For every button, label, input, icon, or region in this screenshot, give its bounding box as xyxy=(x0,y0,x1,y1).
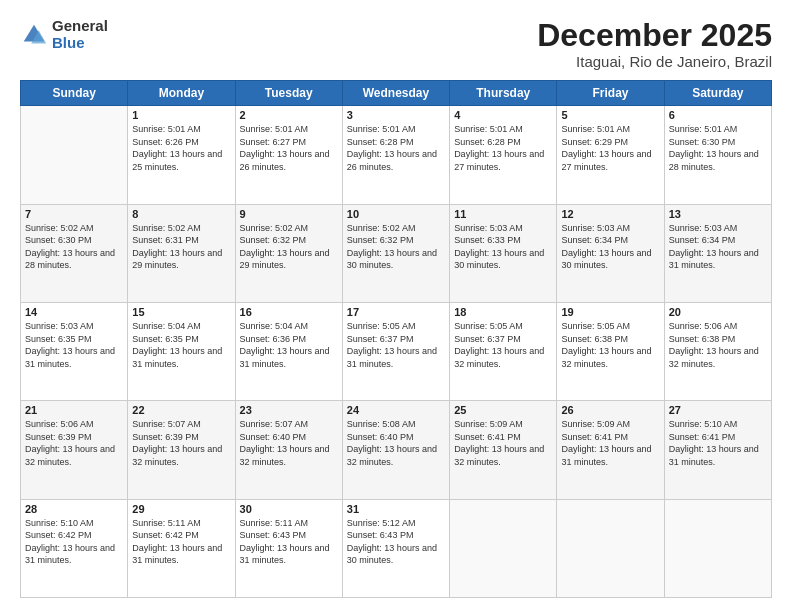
sunset-text: Sunset: 6:27 PM xyxy=(240,136,338,149)
daylight-text: Daylight: 13 hours and 31 minutes. xyxy=(240,542,338,567)
sunrise-text: Sunrise: 5:06 AM xyxy=(669,320,767,333)
table-cell: 10 Sunrise: 5:02 AM Sunset: 6:32 PM Dayl… xyxy=(342,204,449,302)
day-info: Sunrise: 5:03 AM Sunset: 6:33 PM Dayligh… xyxy=(454,222,552,272)
day-number: 14 xyxy=(25,306,123,318)
calendar-row: 14 Sunrise: 5:03 AM Sunset: 6:35 PM Dayl… xyxy=(21,302,772,400)
day-number: 22 xyxy=(132,404,230,416)
col-saturday: Saturday xyxy=(664,81,771,106)
page: General Blue December 2025 Itaguai, Rio … xyxy=(0,0,792,612)
daylight-text: Daylight: 13 hours and 25 minutes. xyxy=(132,148,230,173)
daylight-text: Daylight: 13 hours and 31 minutes. xyxy=(669,247,767,272)
table-cell xyxy=(557,499,664,597)
table-cell: 19 Sunrise: 5:05 AM Sunset: 6:38 PM Dayl… xyxy=(557,302,664,400)
table-cell: 13 Sunrise: 5:03 AM Sunset: 6:34 PM Dayl… xyxy=(664,204,771,302)
table-cell: 21 Sunrise: 5:06 AM Sunset: 6:39 PM Dayl… xyxy=(21,401,128,499)
sunset-text: Sunset: 6:41 PM xyxy=(454,431,552,444)
sunset-text: Sunset: 6:42 PM xyxy=(132,529,230,542)
daylight-text: Daylight: 13 hours and 31 minutes. xyxy=(347,345,445,370)
sunset-text: Sunset: 6:34 PM xyxy=(561,234,659,247)
day-number: 20 xyxy=(669,306,767,318)
sunrise-text: Sunrise: 5:11 AM xyxy=(240,517,338,530)
sunrise-text: Sunrise: 5:06 AM xyxy=(25,418,123,431)
sunrise-text: Sunrise: 5:07 AM xyxy=(132,418,230,431)
daylight-text: Daylight: 13 hours and 32 minutes. xyxy=(25,443,123,468)
sunrise-text: Sunrise: 5:01 AM xyxy=(669,123,767,136)
daylight-text: Daylight: 13 hours and 32 minutes. xyxy=(132,443,230,468)
day-number: 19 xyxy=(561,306,659,318)
day-number: 30 xyxy=(240,503,338,515)
calendar-row: 7 Sunrise: 5:02 AM Sunset: 6:30 PM Dayli… xyxy=(21,204,772,302)
daylight-text: Daylight: 13 hours and 31 minutes. xyxy=(561,443,659,468)
day-number: 5 xyxy=(561,109,659,121)
table-cell: 11 Sunrise: 5:03 AM Sunset: 6:33 PM Dayl… xyxy=(450,204,557,302)
month-title: December 2025 xyxy=(537,18,772,53)
day-info: Sunrise: 5:05 AM Sunset: 6:37 PM Dayligh… xyxy=(454,320,552,370)
sunset-text: Sunset: 6:39 PM xyxy=(132,431,230,444)
day-info: Sunrise: 5:02 AM Sunset: 6:32 PM Dayligh… xyxy=(240,222,338,272)
day-info: Sunrise: 5:07 AM Sunset: 6:39 PM Dayligh… xyxy=(132,418,230,468)
logo-blue-text: Blue xyxy=(52,35,108,52)
day-info: Sunrise: 5:03 AM Sunset: 6:35 PM Dayligh… xyxy=(25,320,123,370)
daylight-text: Daylight: 13 hours and 32 minutes. xyxy=(454,345,552,370)
location-title: Itaguai, Rio de Janeiro, Brazil xyxy=(537,53,772,70)
sunrise-text: Sunrise: 5:02 AM xyxy=(347,222,445,235)
logo-icon xyxy=(20,21,48,49)
table-cell: 24 Sunrise: 5:08 AM Sunset: 6:40 PM Dayl… xyxy=(342,401,449,499)
sunrise-text: Sunrise: 5:02 AM xyxy=(240,222,338,235)
daylight-text: Daylight: 13 hours and 28 minutes. xyxy=(669,148,767,173)
table-cell: 22 Sunrise: 5:07 AM Sunset: 6:39 PM Dayl… xyxy=(128,401,235,499)
table-cell: 2 Sunrise: 5:01 AM Sunset: 6:27 PM Dayli… xyxy=(235,106,342,204)
day-info: Sunrise: 5:10 AM Sunset: 6:42 PM Dayligh… xyxy=(25,517,123,567)
day-number: 29 xyxy=(132,503,230,515)
daylight-text: Daylight: 13 hours and 31 minutes. xyxy=(240,345,338,370)
table-cell: 5 Sunrise: 5:01 AM Sunset: 6:29 PM Dayli… xyxy=(557,106,664,204)
daylight-text: Daylight: 13 hours and 27 minutes. xyxy=(561,148,659,173)
day-number: 6 xyxy=(669,109,767,121)
day-number: 7 xyxy=(25,208,123,220)
sunrise-text: Sunrise: 5:12 AM xyxy=(347,517,445,530)
day-info: Sunrise: 5:04 AM Sunset: 6:35 PM Dayligh… xyxy=(132,320,230,370)
day-number: 23 xyxy=(240,404,338,416)
table-cell: 25 Sunrise: 5:09 AM Sunset: 6:41 PM Dayl… xyxy=(450,401,557,499)
daylight-text: Daylight: 13 hours and 30 minutes. xyxy=(561,247,659,272)
day-info: Sunrise: 5:05 AM Sunset: 6:38 PM Dayligh… xyxy=(561,320,659,370)
day-number: 31 xyxy=(347,503,445,515)
sunset-text: Sunset: 6:35 PM xyxy=(132,333,230,346)
table-cell: 27 Sunrise: 5:10 AM Sunset: 6:41 PM Dayl… xyxy=(664,401,771,499)
sunset-text: Sunset: 6:34 PM xyxy=(669,234,767,247)
day-info: Sunrise: 5:09 AM Sunset: 6:41 PM Dayligh… xyxy=(561,418,659,468)
table-cell: 14 Sunrise: 5:03 AM Sunset: 6:35 PM Dayl… xyxy=(21,302,128,400)
col-thursday: Thursday xyxy=(450,81,557,106)
day-info: Sunrise: 5:12 AM Sunset: 6:43 PM Dayligh… xyxy=(347,517,445,567)
sunrise-text: Sunrise: 5:01 AM xyxy=(347,123,445,136)
logo-general-text: General xyxy=(52,18,108,35)
daylight-text: Daylight: 13 hours and 30 minutes. xyxy=(347,542,445,567)
daylight-text: Daylight: 13 hours and 32 minutes. xyxy=(669,345,767,370)
calendar-table: Sunday Monday Tuesday Wednesday Thursday… xyxy=(20,80,772,598)
day-number: 10 xyxy=(347,208,445,220)
day-info: Sunrise: 5:01 AM Sunset: 6:27 PM Dayligh… xyxy=(240,123,338,173)
day-info: Sunrise: 5:02 AM Sunset: 6:31 PM Dayligh… xyxy=(132,222,230,272)
table-cell: 31 Sunrise: 5:12 AM Sunset: 6:43 PM Dayl… xyxy=(342,499,449,597)
sunset-text: Sunset: 6:40 PM xyxy=(240,431,338,444)
daylight-text: Daylight: 13 hours and 31 minutes. xyxy=(25,345,123,370)
sunset-text: Sunset: 6:37 PM xyxy=(454,333,552,346)
sunrise-text: Sunrise: 5:05 AM xyxy=(347,320,445,333)
sunrise-text: Sunrise: 5:05 AM xyxy=(454,320,552,333)
table-cell: 26 Sunrise: 5:09 AM Sunset: 6:41 PM Dayl… xyxy=(557,401,664,499)
daylight-text: Daylight: 13 hours and 30 minutes. xyxy=(347,247,445,272)
col-wednesday: Wednesday xyxy=(342,81,449,106)
sunset-text: Sunset: 6:36 PM xyxy=(240,333,338,346)
sunrise-text: Sunrise: 5:01 AM xyxy=(454,123,552,136)
table-cell: 12 Sunrise: 5:03 AM Sunset: 6:34 PM Dayl… xyxy=(557,204,664,302)
sunset-text: Sunset: 6:42 PM xyxy=(25,529,123,542)
sunrise-text: Sunrise: 5:03 AM xyxy=(454,222,552,235)
table-cell: 28 Sunrise: 5:10 AM Sunset: 6:42 PM Dayl… xyxy=(21,499,128,597)
table-cell: 8 Sunrise: 5:02 AM Sunset: 6:31 PM Dayli… xyxy=(128,204,235,302)
sunset-text: Sunset: 6:38 PM xyxy=(669,333,767,346)
table-cell xyxy=(664,499,771,597)
sunrise-text: Sunrise: 5:10 AM xyxy=(25,517,123,530)
sunrise-text: Sunrise: 5:02 AM xyxy=(25,222,123,235)
daylight-text: Daylight: 13 hours and 32 minutes. xyxy=(240,443,338,468)
sunset-text: Sunset: 6:40 PM xyxy=(347,431,445,444)
